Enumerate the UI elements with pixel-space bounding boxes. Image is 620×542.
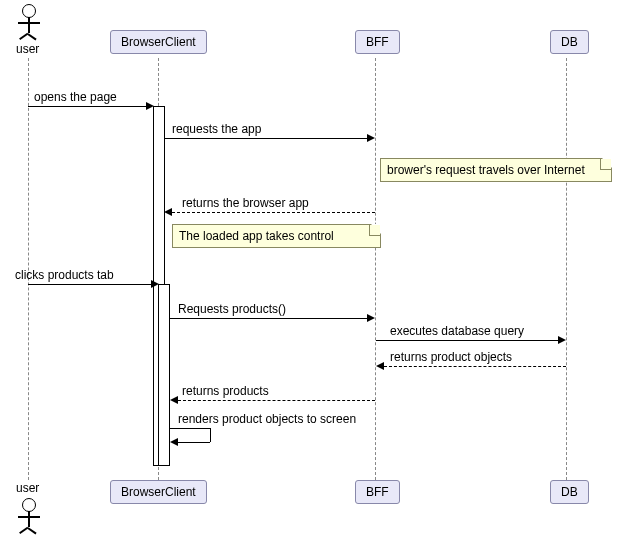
msg-requests-products: Requests products()	[178, 302, 286, 316]
msg-opens-page: opens the page	[34, 90, 117, 104]
participant-db-top: DB	[550, 30, 589, 54]
msg-clicks-products: clicks products tab	[15, 268, 114, 282]
msg-returns-browser-app: returns the browser app	[182, 196, 309, 210]
msg-exec-query: executes database query	[390, 324, 524, 338]
lifeline-bff	[375, 58, 376, 480]
msg-returns-products: returns products	[182, 384, 269, 398]
participant-bff-bottom: BFF	[355, 480, 400, 504]
sequence-diagram: user BrowserClient BFF DB opens the page…	[0, 0, 620, 542]
msg-returns-prod-obj: returns product objects	[390, 350, 512, 364]
participant-browserclient-bottom: BrowserClient	[110, 480, 207, 504]
activation-browserclient-2	[158, 284, 170, 466]
msg-requests-app: requests the app	[172, 122, 261, 136]
actor-user-label-bottom: user	[16, 481, 39, 495]
actor-user-label-top: user	[16, 42, 39, 56]
participant-bff-top: BFF	[355, 30, 400, 54]
lifeline-db	[566, 58, 567, 480]
msg-renders-products: renders product objects to screen	[178, 412, 356, 426]
note-internet: brower's request travels over Internet	[380, 158, 612, 182]
participant-browserclient-top: BrowserClient	[110, 30, 207, 54]
note-takes-control: The loaded app takes control	[172, 224, 381, 248]
participant-db-bottom: DB	[550, 480, 589, 504]
